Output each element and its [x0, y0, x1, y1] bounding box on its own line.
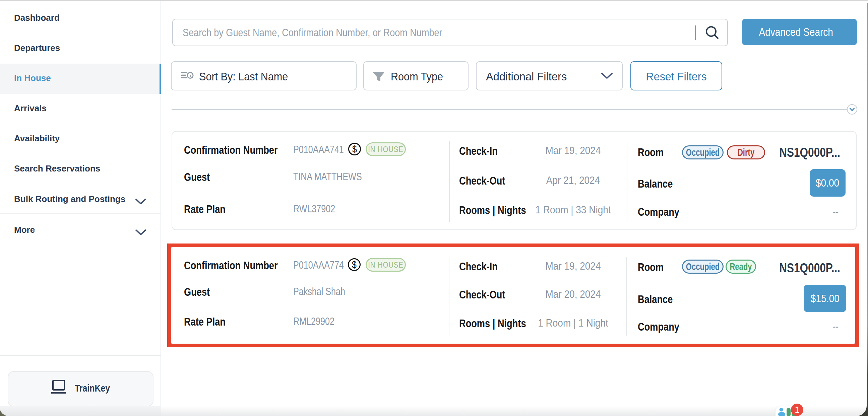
- svg-text:$: $: [352, 144, 357, 155]
- svg-text:$: $: [352, 260, 356, 270]
